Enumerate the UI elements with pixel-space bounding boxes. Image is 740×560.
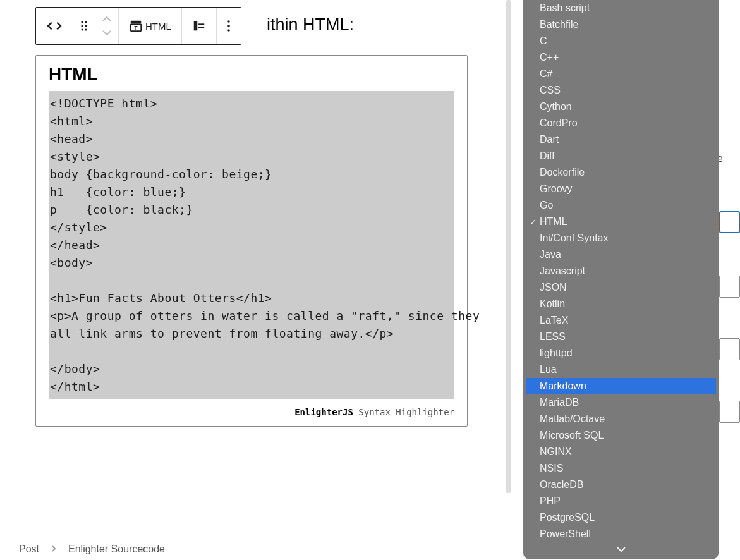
svg-rect-10 [198,23,204,25]
language-option-postgresql[interactable]: PostgreSQL [526,509,716,526]
svg-point-2 [81,25,83,27]
language-dropdown: Bash scriptBatchfileCC++C#CSSCythonCordP… [523,0,719,559]
language-option-json[interactable]: JSON [526,279,716,296]
language-option-bash-script[interactable]: Bash script [526,0,716,16]
language-option-c-[interactable]: C# [526,66,716,82]
footer-brand: EnlighterJS [294,407,353,417]
language-option-mariadb[interactable]: MariaDB [526,394,716,411]
chevron-down-icon [102,30,112,36]
svg-point-13 [227,25,230,27]
language-select-button[interactable]: T HTML [119,8,181,44]
chevron-up-icon [102,16,112,22]
language-option-oracledb[interactable]: OracleDB [526,477,716,493]
dropdown-scroll-down[interactable] [616,544,626,556]
svg-rect-9 [194,21,198,31]
sidebar-field-2[interactable] [719,276,740,298]
language-option-html[interactable]: HTML [526,214,716,230]
more-options-button[interactable] [217,8,241,44]
language-option-dart[interactable]: Dart [526,131,716,148]
language-dropdown-list: Bash scriptBatchfileCC++C#CSSCythonCordP… [526,0,716,542]
language-option-lighttpd[interactable]: lighttpd [526,345,716,362]
language-option-nginx[interactable]: NGINX [526,444,716,460]
chevron-right-icon [51,545,57,554]
language-option-lua[interactable]: Lua [526,362,716,378]
block-type-button[interactable] [36,8,73,44]
chevron-down-icon [616,545,626,553]
svg-point-5 [85,28,87,30]
language-option-nsis[interactable]: NSIS [526,460,716,477]
language-option-cordpro[interactable]: CordPro [526,115,716,131]
language-option-go[interactable]: Go [526,197,716,214]
sidebar-field-4[interactable] [719,401,740,423]
move-down-button[interactable] [102,27,112,39]
language-option-markdown[interactable]: Markdown [526,378,716,394]
footer-rest: Syntax Highlighter [353,407,454,417]
language-option-css[interactable]: CSS [526,82,716,99]
drag-icon [79,19,89,33]
code-content[interactable]: <!DOCTYPE html> <html> <head> <style> bo… [49,91,454,399]
language-option-cython[interactable]: Cython [526,99,716,115]
language-option-c[interactable]: C [526,33,716,49]
breadcrumb: Post Enlighter Sourcecode [19,539,165,560]
svg-rect-6 [131,21,142,23]
language-option-matlab-octave[interactable]: Matlab/Octave [526,411,716,427]
language-option-dockerfile[interactable]: Dockerfile [526,164,716,181]
language-option-powershell[interactable]: PowerShell [526,526,716,542]
code-block-title: HTML [36,56,467,91]
svg-rect-11 [198,27,204,28]
language-icon: T [129,19,143,33]
language-option-latex[interactable]: LaTeX [526,312,716,329]
language-option-php[interactable]: PHP [526,493,716,509]
toolbar-group-block [36,8,119,44]
move-up-button[interactable] [102,13,112,25]
vertical-scrollbar[interactable] [506,0,511,493]
svg-point-14 [227,29,230,32]
language-option-java[interactable]: Java [526,247,716,263]
partial-heading-text: ithin HTML: [267,15,354,35]
svg-point-1 [85,21,87,23]
language-option-ini-conf-syntax[interactable]: Ini/Conf Syntax [526,230,716,247]
language-option-batchfile[interactable]: Batchfile [526,16,716,33]
toolbar-group-more [217,8,241,44]
svg-point-0 [81,21,83,23]
more-vertical-icon [227,19,231,33]
svg-point-4 [81,28,83,30]
language-option-microsoft-sql[interactable]: Microsoft SQL [526,427,716,444]
svg-text:T: T [134,25,137,31]
code-icon [46,18,63,34]
code-footer: EnlighterJS Syntax Highlighter [36,399,467,426]
align-button[interactable] [182,8,216,44]
toolbar-group-align [182,8,217,44]
language-label: HTML [145,21,171,32]
svg-point-3 [85,25,87,27]
language-option-less[interactable]: LESS [526,329,716,345]
move-arrows [95,13,118,39]
breadcrumb-block[interactable]: Enlighter Sourcecode [68,544,165,555]
toolbar-group-language: T HTML [119,8,182,44]
enlighter-code-block[interactable]: HTML <!DOCTYPE html> <html> <head> <styl… [35,55,468,427]
sidebar-field-3[interactable] [719,338,740,360]
language-option-groovy[interactable]: Groovy [526,181,716,197]
language-option-diff[interactable]: Diff [526,148,716,164]
breadcrumb-post[interactable]: Post [19,544,39,555]
block-toolbar: T HTML [35,7,241,45]
editor-area: T HTML ithin HTML: HTML <!DOCTYPE html> … [0,0,512,560]
align-icon [192,19,206,33]
language-option-javascript[interactable]: Javascript [526,263,716,279]
sidebar-field-1[interactable] [719,211,740,233]
svg-point-12 [227,20,230,23]
language-option-c-[interactable]: C++ [526,49,716,66]
language-option-kotlin[interactable]: Kotlin [526,296,716,312]
drag-handle[interactable] [73,8,95,44]
